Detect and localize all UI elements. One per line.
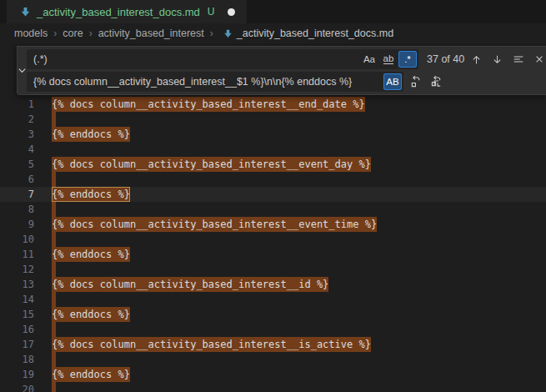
arrow-up-icon	[471, 54, 482, 65]
unsaved-changes-dot[interactable]	[228, 8, 235, 16]
find-query-text: (.*)	[33, 53, 359, 65]
line-number: 6	[0, 172, 34, 187]
find-match-highlight: {% docs column__activity_based_interest_…	[52, 217, 377, 232]
results-count: 37 of 40	[427, 53, 464, 65]
line-content[interactable]	[52, 232, 56, 247]
line-number: 16	[0, 322, 34, 337]
line-content[interactable]	[52, 322, 56, 337]
replace-all-icon	[430, 76, 443, 88]
empty-line-match-highlight	[52, 292, 56, 307]
code-line-5: 5{% docs column__activity_based_interest…	[0, 157, 546, 172]
line-content[interactable]: {% docs column__activity_based_interest_…	[52, 157, 371, 172]
code-line-13: 13{% docs column__activity_based_interes…	[0, 277, 546, 292]
line-content[interactable]: {% docs column__activity_based_interest_…	[52, 217, 377, 232]
replace-value-text: {% docs column__activity_based_interest_…	[33, 76, 383, 88]
breadcrumb-separator: ›	[49, 28, 61, 39]
code-lines: 1{% docs column__activity_based_interest…	[0, 97, 546, 392]
replace-all-button[interactable]	[428, 73, 445, 91]
line-number: 5	[0, 157, 34, 172]
find-in-selection-button[interactable]	[509, 51, 527, 68]
line-content[interactable]	[52, 112, 56, 127]
whole-word-button[interactable]: ab	[379, 51, 398, 68]
breadcrumb-item-models[interactable]: models	[13, 28, 49, 39]
code-line-9: 9{% docs column__activity_based_interest…	[0, 217, 546, 232]
find-match-highlight: {% docs column__activity_based_interest_…	[52, 157, 371, 172]
line-content[interactable]: {% docs column__activity_based_interest_…	[52, 97, 365, 112]
replace-button[interactable]	[407, 73, 424, 91]
line-content[interactable]: {% enddocs %}	[52, 367, 130, 382]
empty-line-match-highlight	[52, 322, 56, 337]
breadcrumb-separator: ›	[206, 28, 218, 39]
line-content[interactable]	[52, 352, 56, 367]
close-find-button[interactable]	[530, 51, 546, 68]
replace-input[interactable]: {% docs column__activity_based_interest_…	[27, 72, 403, 92]
breadcrumb: models›core›activity_based_interest› _ac…	[0, 23, 546, 43]
breadcrumb-item-activity_based_interest[interactable]: activity_based_interest	[97, 28, 206, 39]
tab-bar: _activity_based_interest_docs.md U	[0, 0, 546, 23]
markdown-icon-small	[223, 28, 233, 39]
find-match-highlight: {% docs column__activity_based_interest_…	[52, 277, 328, 292]
current-find-match: {% enddocs %}	[52, 187, 130, 202]
line-number: 9	[0, 217, 34, 232]
line-number: 20	[0, 382, 34, 392]
find-replace-widget: (.*) Aa ab .* 37 of 40	[17, 46, 546, 95]
breadcrumb-separator: ›	[85, 28, 97, 39]
code-line-2: 2	[0, 112, 546, 127]
close-icon	[534, 54, 544, 64]
regex-button[interactable]: .*	[398, 51, 417, 68]
line-number: 3	[0, 127, 34, 142]
line-content[interactable]: {% docs column__activity_based_interest_…	[52, 337, 371, 352]
match-case-button[interactable]: Aa	[360, 51, 378, 68]
line-content[interactable]: {% enddocs %}	[52, 127, 130, 142]
line-number: 4	[0, 142, 34, 157]
find-match-highlight: {% docs column__activity_based_interest_…	[52, 97, 365, 112]
line-number: 19	[0, 367, 34, 382]
tabbar-left-pad	[0, 0, 7, 23]
line-content[interactable]	[52, 172, 56, 187]
empty-line-match-highlight	[52, 262, 56, 277]
line-content[interactable]: {% enddocs %}	[52, 247, 130, 262]
line-content[interactable]	[52, 292, 56, 307]
line-number: 14	[0, 292, 34, 307]
breadcrumb-file[interactable]: _activity_based_interest_docs.md	[237, 28, 393, 39]
code-line-19: 19{% enddocs %}	[0, 367, 546, 382]
line-number: 11	[0, 247, 34, 262]
line-content[interactable]	[52, 262, 56, 277]
line-content[interactable]: {% docs column__activity_based_interest_…	[52, 277, 328, 292]
preserve-case-button[interactable]: AB	[383, 73, 402, 90]
line-content[interactable]: {% enddocs %}	[52, 187, 130, 202]
toggle-replace-button[interactable]	[18, 49, 27, 92]
selection-icon	[513, 53, 524, 65]
code-line-12: 12	[0, 262, 546, 277]
previous-match-button[interactable]	[468, 51, 485, 68]
line-number: 13	[0, 277, 34, 292]
empty-line-match-highlight	[52, 232, 56, 247]
arrow-down-icon	[492, 54, 503, 65]
line-number: 15	[0, 307, 34, 322]
code-line-10: 10	[0, 232, 546, 247]
markdown-icon	[19, 6, 32, 18]
empty-line-match-highlight	[52, 352, 56, 367]
find-input[interactable]: (.*) Aa ab .*	[27, 49, 418, 69]
find-match-highlight: {% enddocs %}	[52, 247, 130, 262]
line-content[interactable]	[52, 382, 56, 392]
replace-icon	[409, 76, 422, 88]
find-match-highlight: {% enddocs %}	[52, 127, 130, 142]
line-number: 18	[0, 352, 34, 367]
line-number: 17	[0, 337, 34, 352]
empty-line-match-highlight	[52, 202, 56, 217]
tab-activity-based-interest-docs[interactable]: _activity_based_interest_docs.md U	[7, 0, 247, 23]
line-content[interactable]	[52, 202, 56, 217]
empty-line-match-highlight	[52, 172, 56, 187]
code-line-16: 16	[0, 322, 546, 337]
code-line-17: 17{% docs column__activity_based_interes…	[0, 337, 546, 352]
breadcrumb-item-core[interactable]: core	[61, 28, 84, 39]
line-number: 8	[0, 202, 34, 217]
code-line-7: 7{% enddocs %}	[0, 187, 546, 202]
empty-line-match-highlight	[52, 112, 56, 127]
code-line-20: 20	[0, 382, 546, 392]
line-content[interactable]: {% enddocs %}	[52, 307, 130, 322]
find-match-highlight: {% docs column__activity_based_interest_…	[52, 337, 371, 352]
chevron-down-icon	[18, 66, 27, 75]
next-match-button[interactable]	[488, 51, 506, 68]
